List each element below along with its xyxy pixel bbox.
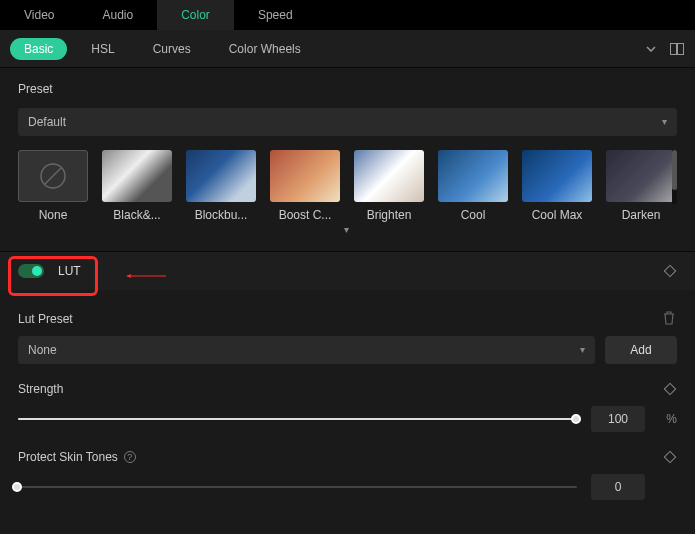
- svg-rect-0: [671, 43, 677, 54]
- subtab-curves[interactable]: Curves: [139, 38, 205, 60]
- preset-item-coolmax[interactable]: Cool Max: [522, 150, 592, 222]
- help-icon[interactable]: ?: [124, 451, 136, 463]
- lut-preset-value: None: [28, 336, 57, 364]
- preset-scrollbar[interactable]: [672, 150, 677, 204]
- preset-thumb-image: [606, 150, 676, 202]
- tab-video[interactable]: Video: [0, 0, 78, 30]
- preset-item-darken[interactable]: Darken: [606, 150, 676, 222]
- preset-item-label: Brighten: [354, 208, 424, 222]
- preset-item-label: Boost C...: [270, 208, 340, 222]
- protect-skin-value[interactable]: 0: [591, 474, 645, 500]
- preset-thumb-image: [438, 150, 508, 202]
- svg-rect-1: [678, 43, 684, 54]
- reset-keyframe-icon[interactable]: [663, 382, 677, 396]
- compare-view-icon[interactable]: [669, 41, 685, 57]
- svg-line-3: [45, 168, 61, 184]
- preset-thumb-image: [354, 150, 424, 202]
- svg-rect-4: [664, 265, 675, 276]
- chevron-down-icon[interactable]: [643, 41, 659, 57]
- strength-value[interactable]: 100: [591, 406, 645, 432]
- top-tabs: Video Audio Color Speed: [0, 0, 695, 30]
- protect-skin-slider[interactable]: [18, 480, 577, 494]
- sub-tabs: Basic HSL Curves Color Wheels: [0, 30, 695, 68]
- preset-item-label: Blockbu...: [186, 208, 256, 222]
- preset-thumb-image: [522, 150, 592, 202]
- annotation-arrow: [96, 274, 196, 278]
- preset-thumb-image: [186, 150, 256, 202]
- preset-item-cool[interactable]: Cool: [438, 150, 508, 222]
- preset-item-label: Black&...: [102, 208, 172, 222]
- protect-skin-label: Protect Skin Tones: [18, 450, 118, 464]
- preset-item-label: None: [18, 208, 88, 222]
- svg-marker-6: [126, 274, 131, 278]
- svg-rect-8: [664, 451, 675, 462]
- lut-section-title: LUT: [58, 264, 81, 278]
- preset-item-label: Cool: [438, 208, 508, 222]
- preset-section-label: Preset: [18, 82, 677, 96]
- preset-thumb-image: [270, 150, 340, 202]
- preset-item-label: Darken: [606, 208, 676, 222]
- preset-item-bw[interactable]: Black&...: [102, 150, 172, 222]
- reset-keyframe-icon[interactable]: [663, 450, 677, 464]
- trash-icon[interactable]: [661, 310, 677, 326]
- lut-toggle[interactable]: [18, 264, 44, 278]
- preset-dropdown[interactable]: Default ▾: [18, 108, 677, 136]
- svg-rect-7: [664, 383, 675, 394]
- strength-label: Strength: [18, 382, 63, 396]
- tab-speed[interactable]: Speed: [234, 0, 317, 30]
- lut-preset-dropdown[interactable]: None ▾: [18, 336, 595, 364]
- strength-slider[interactable]: [18, 412, 577, 426]
- subtab-hsl[interactable]: HSL: [77, 38, 128, 60]
- none-icon: [18, 150, 88, 202]
- expand-handle-icon[interactable]: ▾: [18, 224, 677, 235]
- preset-thumbnails: None Black&... Blockbu... Boost C... Bri…: [18, 150, 677, 222]
- tab-color[interactable]: Color: [157, 0, 234, 30]
- chevron-down-icon: ▾: [580, 336, 585, 364]
- subtab-basic[interactable]: Basic: [10, 38, 67, 60]
- tab-audio[interactable]: Audio: [78, 0, 157, 30]
- preset-item-boost[interactable]: Boost C...: [270, 150, 340, 222]
- reset-keyframe-icon[interactable]: [663, 264, 677, 278]
- chevron-down-icon: ▾: [662, 108, 667, 136]
- add-button[interactable]: Add: [605, 336, 677, 364]
- preset-item-blockbuster[interactable]: Blockbu...: [186, 150, 256, 222]
- strength-unit: %: [659, 412, 677, 426]
- preset-item-brighten[interactable]: Brighten: [354, 150, 424, 222]
- preset-item-none[interactable]: None: [18, 150, 88, 222]
- lut-section-header: LUT: [0, 252, 695, 290]
- preset-dropdown-value: Default: [28, 108, 66, 136]
- subtab-color-wheels[interactable]: Color Wheels: [215, 38, 315, 60]
- preset-thumb-image: [102, 150, 172, 202]
- lut-preset-label: Lut Preset: [18, 312, 73, 326]
- preset-item-label: Cool Max: [522, 208, 592, 222]
